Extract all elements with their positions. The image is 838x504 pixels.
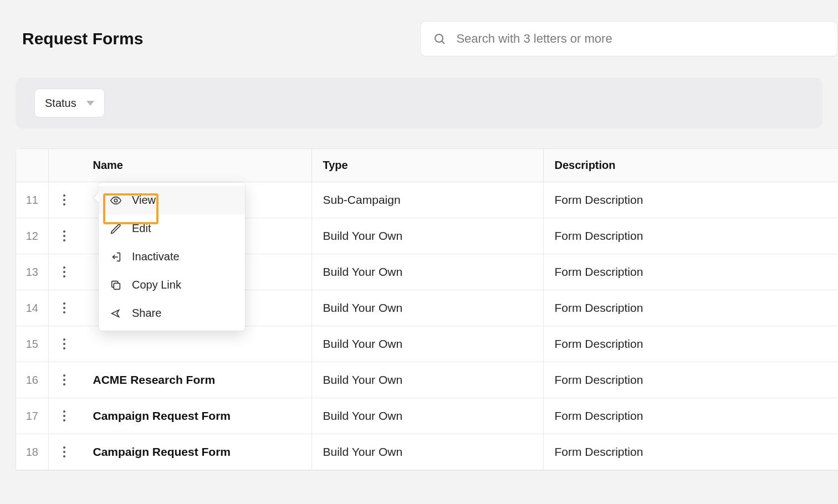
page-title: Request Forms — [22, 29, 143, 48]
cell-type: Build Your Own — [311, 290, 543, 326]
row-actions-menu-button[interactable] — [58, 263, 71, 281]
table-row: 15Build Your OwnForm Description — [16, 326, 838, 362]
cell-description: Form Description — [543, 182, 838, 218]
status-filter-label: Status — [45, 97, 76, 110]
svg-line-1 — [442, 41, 445, 44]
menu-item-view-label: View — [132, 194, 156, 207]
row-actions-menu-button[interactable] — [58, 371, 71, 389]
row-number: 14 — [16, 290, 48, 326]
copy-icon — [110, 279, 122, 291]
svg-point-0 — [435, 34, 443, 42]
row-number: 16 — [16, 362, 48, 398]
table-row: 17Campaign Request FormBuild Your OwnFor… — [16, 398, 838, 434]
row-number: 17 — [16, 398, 48, 434]
row-number: 15 — [16, 326, 48, 362]
column-header-type[interactable]: Type — [311, 149, 543, 182]
row-actions-menu-button[interactable] — [58, 407, 71, 425]
search-input[interactable] — [456, 32, 825, 46]
row-actions-menu-button[interactable] — [58, 443, 71, 461]
cell-name[interactable]: Campaign Request Form — [48, 398, 311, 434]
cell-type: Build Your Own — [311, 398, 543, 434]
table-row: 18Campaign Request FormBuild Your OwnFor… — [16, 434, 838, 470]
row-context-menu: View Edit Inactivate Copy Link Share — [99, 183, 245, 331]
cell-description: Form Description — [543, 218, 838, 254]
menu-item-view[interactable]: View — [99, 186, 245, 214]
menu-item-edit[interactable]: Edit — [99, 214, 245, 243]
cell-type: Build Your Own — [311, 362, 543, 398]
form-name: ACME Research Form — [93, 373, 216, 386]
menu-item-edit-label: Edit — [132, 222, 151, 235]
cell-name[interactable]: ACME Research Form — [48, 362, 311, 398]
chevron-down-icon — [86, 101, 94, 106]
share-icon — [110, 307, 122, 320]
cell-name[interactable]: Campaign Request Form — [48, 434, 311, 470]
cell-type: Build Your Own — [311, 254, 543, 290]
cell-description: Form Description — [543, 290, 838, 326]
cell-description: Form Description — [543, 362, 838, 398]
menu-item-inactivate[interactable]: Inactivate — [99, 243, 245, 271]
menu-item-copy-link[interactable]: Copy Link — [99, 271, 245, 299]
row-number: 18 — [16, 434, 48, 470]
svg-point-2 — [114, 199, 117, 202]
svg-rect-3 — [114, 283, 120, 289]
form-name: Campaign Request Form — [93, 445, 231, 458]
filter-bar: Status — [16, 78, 822, 128]
cell-description: Form Description — [543, 434, 838, 470]
cell-name[interactable] — [48, 326, 311, 362]
menu-item-copy-link-label: Copy Link — [132, 279, 181, 291]
row-actions-menu-button[interactable] — [58, 191, 71, 209]
row-number: 12 — [16, 218, 48, 254]
column-header-description[interactable]: Description — [543, 149, 838, 182]
column-header-name[interactable]: Name — [48, 149, 311, 182]
form-name: Campaign Request Form — [93, 409, 231, 422]
cell-type: Sub-Campaign — [311, 182, 543, 218]
cell-description: Form Description — [543, 398, 838, 434]
menu-pointer — [94, 193, 99, 203]
cell-description: Form Description — [543, 254, 838, 290]
menu-item-share[interactable]: Share — [99, 299, 245, 327]
row-actions-menu-button[interactable] — [58, 227, 71, 245]
cell-description: Form Description — [543, 326, 838, 362]
table-row: 16ACME Research FormBuild Your OwnForm D… — [16, 362, 838, 398]
cell-type: Build Your Own — [311, 326, 543, 362]
eye-icon — [110, 194, 122, 207]
row-actions-menu-button[interactable] — [58, 299, 71, 317]
row-number: 11 — [16, 182, 48, 218]
search-box[interactable] — [420, 21, 838, 56]
menu-item-inactivate-label: Inactivate — [132, 250, 180, 263]
row-actions-menu-button[interactable] — [58, 335, 71, 353]
search-icon — [433, 32, 446, 45]
status-filter-select[interactable]: Status — [34, 89, 105, 117]
cell-type: Build Your Own — [311, 434, 543, 470]
menu-item-share-label: Share — [132, 307, 161, 320]
logout-icon — [110, 251, 122, 263]
row-number: 13 — [16, 254, 48, 290]
column-header-number — [16, 149, 48, 182]
cell-type: Build Your Own — [311, 218, 543, 254]
pencil-icon — [110, 223, 122, 235]
